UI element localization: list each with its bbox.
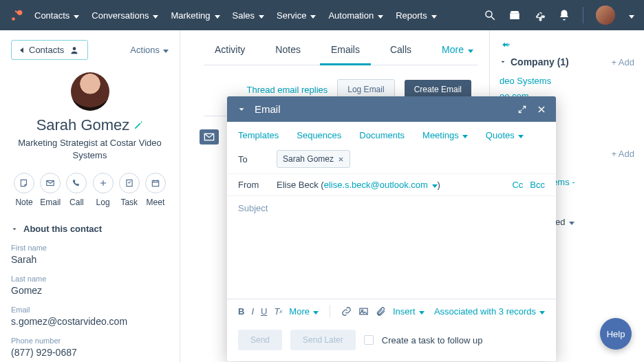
send-button[interactable]: Send [238, 330, 282, 350]
add-company-link[interactable]: + Add [611, 57, 634, 67]
chevron-down-icon [568, 217, 575, 227]
hubspot-logo-icon[interactable] [10, 8, 25, 23]
bold-icon[interactable]: B [238, 306, 244, 317]
first-name-value[interactable]: Sarah [11, 254, 169, 265]
add-deal-link[interactable]: + Add [611, 149, 634, 159]
documents-link[interactable]: Documents [359, 130, 405, 140]
to-row[interactable]: To Sarah Gomez [227, 145, 556, 174]
compose-title: Email [255, 103, 281, 115]
last-name-value[interactable]: Gomez [11, 285, 169, 296]
expand-icon[interactable] [517, 105, 527, 114]
compose-body[interactable] [227, 223, 556, 299]
nav-conversations[interactable]: Conversations [92, 10, 158, 21]
notification-bell-icon[interactable] [558, 9, 570, 21]
quotes-dropdown[interactable]: Quotes [486, 130, 524, 140]
thread-replies-link[interactable]: Thread email replies [246, 85, 328, 95]
tab-emails[interactable]: Emails [328, 40, 363, 65]
nav-reports[interactable]: Reports [396, 10, 437, 21]
bcc-link[interactable]: Bcc [530, 180, 545, 190]
more-format-dropdown[interactable]: More [289, 306, 319, 317]
chevron-down-icon [538, 306, 545, 317]
compose-footer: Send Send Later Create a task to follow … [227, 323, 556, 361]
activity-tabs: Activity Notes Emails Calls More [204, 40, 478, 65]
italic-icon[interactable]: I [251, 306, 254, 317]
chevron-down-icon [11, 226, 18, 233]
image-icon[interactable] [358, 306, 369, 317]
subject-input[interactable]: Subject [227, 196, 556, 223]
tab-calls[interactable]: Calls [387, 40, 414, 65]
svg-rect-11 [152, 181, 158, 187]
svg-point-6 [73, 47, 76, 50]
chevron-down-icon[interactable] [627, 10, 634, 21]
company-section-header[interactable]: Company (1) + Add [500, 56, 634, 67]
chevron-down-icon [466, 44, 473, 55]
from-value[interactable]: Elise Beck (elise.s.beck@outlook.com ) [277, 180, 440, 190]
email-button[interactable]: Email [40, 173, 61, 207]
send-later-button[interactable]: Send Later [290, 330, 356, 350]
user-avatar[interactable] [596, 6, 615, 25]
about-section-toggle[interactable]: About this contact [11, 224, 169, 234]
compose-toolbar-tabs: Templates Sequences Documents Meetings Q… [227, 122, 556, 145]
collapse-panel-icon[interactable] [500, 40, 634, 50]
tab-notes[interactable]: Notes [272, 40, 303, 65]
nav-contacts[interactable]: Contacts [34, 10, 79, 21]
settings-gear-icon[interactable] [533, 9, 546, 21]
link-icon[interactable] [341, 306, 352, 317]
nav-service[interactable]: Service [277, 10, 316, 21]
chevron-down-icon [72, 10, 79, 21]
underline-icon[interactable]: U [261, 306, 267, 317]
svg-rect-5 [510, 14, 519, 19]
chevron-down-icon [309, 10, 316, 21]
chevron-left-icon [20, 45, 23, 55]
last-name-label: Last name [11, 275, 169, 283]
back-to-contacts[interactable]: Contacts [11, 40, 88, 60]
sequences-link[interactable]: Sequences [297, 130, 341, 140]
phone-value[interactable]: (877) 929-0687 [11, 347, 169, 358]
cc-link[interactable]: Cc [512, 180, 523, 190]
help-button[interactable]: Help [600, 318, 632, 350]
actions-dropdown[interactable]: Actions [130, 45, 169, 55]
svg-point-1 [12, 17, 15, 21]
marketplace-icon[interactable] [508, 9, 521, 21]
recipient-chip[interactable]: Sarah Gomez [277, 150, 350, 168]
edit-pencil-icon[interactable] [133, 120, 143, 130]
templates-link[interactable]: Templates [238, 130, 279, 140]
email-value[interactable]: s.gomez@costarvideo.com [11, 316, 169, 327]
close-icon[interactable] [537, 105, 546, 114]
call-button[interactable]: Call [66, 173, 87, 207]
from-row[interactable]: From Elise Beck (elise.s.beck@outlook.co… [227, 174, 556, 196]
meetings-dropdown[interactable]: Meetings [422, 130, 468, 140]
associated-records-dropdown[interactable]: Associated with 3 records [434, 306, 545, 317]
nav-sales[interactable]: Sales [233, 10, 265, 21]
email-label: Email [11, 306, 169, 314]
compose-header[interactable]: Email [227, 96, 556, 122]
tab-more[interactable]: More [439, 40, 476, 65]
nav-marketing[interactable]: Marketing [171, 10, 219, 21]
editor-toolbar: B I U Tx More Insert Associated with 3 r… [227, 299, 556, 323]
meet-button[interactable]: Meet [145, 173, 166, 207]
chevron-down-icon [418, 306, 425, 317]
chevron-down-icon [500, 58, 506, 65]
log-button[interactable]: Log [93, 173, 114, 207]
note-button[interactable]: Note [14, 173, 34, 207]
task-button[interactable]: Task [119, 173, 140, 207]
clear-format-icon[interactable]: Tx [274, 306, 282, 317]
remove-recipient-icon[interactable] [338, 156, 344, 162]
attachment-icon[interactable] [376, 306, 386, 317]
search-icon[interactable] [484, 9, 496, 21]
chevron-down-icon [431, 180, 438, 190]
contacts-label: Contacts [29, 45, 64, 55]
contact-avatar[interactable] [71, 72, 109, 111]
nav-automation[interactable]: Automation [328, 10, 383, 21]
contact-role: Marketing Strategist at Costar Video Sys… [11, 137, 169, 162]
insert-dropdown[interactable]: Insert [393, 306, 425, 317]
contact-sidebar: Contacts Actions Sarah Gomez Marketing S… [0, 30, 180, 362]
chevron-down-icon [151, 10, 158, 21]
chevron-down-icon [461, 130, 468, 140]
followup-task-checkbox[interactable] [364, 335, 374, 345]
to-label: To [238, 154, 268, 164]
minimize-chevron-icon[interactable] [237, 105, 246, 114]
tab-activity[interactable]: Activity [212, 40, 248, 65]
followup-task-label[interactable]: Create a task to follow up [382, 335, 483, 345]
company-name-link[interactable]: deo Systems [500, 74, 634, 88]
